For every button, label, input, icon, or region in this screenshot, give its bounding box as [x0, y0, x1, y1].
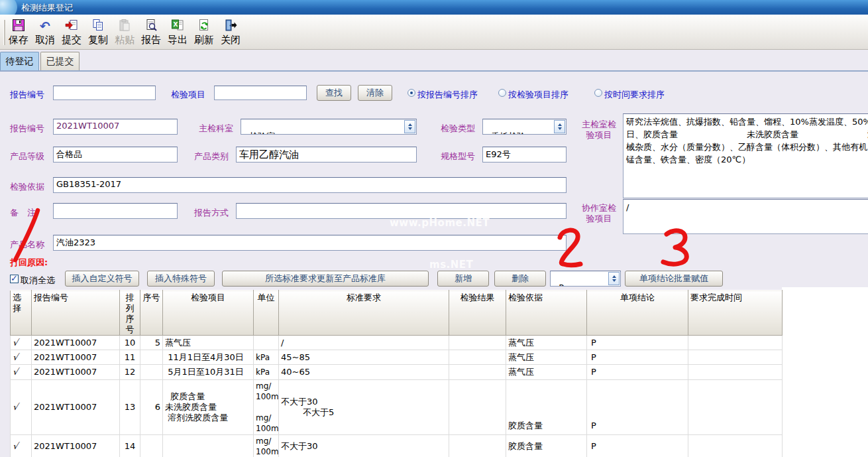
cell-seq[interactable]: 5: [140, 336, 163, 350]
cell-result[interactable]: [449, 435, 506, 457]
cell-conclusion[interactable]: P: [587, 380, 688, 435]
test-type-combo[interactable]: 委托检验: [482, 119, 567, 135]
sort-by-report-no-radio[interactable]: [407, 89, 415, 97]
cell-unit[interactable]: kPa: [254, 350, 279, 365]
find-button[interactable]: 查找: [317, 85, 351, 101]
delete-button[interactable]: 删除: [494, 271, 546, 287]
search-item-input[interactable]: [214, 86, 307, 100]
cell-unit[interactable]: mg/ 100mL mg/ 100mL: [254, 380, 279, 435]
cell-standard[interactable]: /: [279, 336, 449, 350]
cell-item[interactable]: 11月1日至4月30日: [163, 350, 254, 365]
cell-deadline[interactable]: [688, 435, 783, 457]
product-name-field[interactable]: 汽油2323: [53, 235, 567, 251]
cell-order-no[interactable]: 12: [120, 365, 140, 380]
cell-basis[interactable]: 胶质含量: [506, 435, 587, 457]
report-button[interactable]: 报告: [138, 18, 164, 47]
spec-field[interactable]: E92号: [482, 147, 567, 163]
cell-result[interactable]: [449, 350, 506, 365]
cell-report-no[interactable]: 2021WT10007: [32, 380, 120, 435]
cell-unit[interactable]: [254, 336, 279, 350]
cell-order-no[interactable]: 11: [120, 350, 140, 365]
save-button[interactable]: 保存: [5, 18, 32, 47]
cell-conclusion[interactable]: P: [587, 365, 688, 380]
row-check[interactable]: √: [11, 365, 32, 380]
cancel-button[interactable]: ↶ 取消: [32, 18, 58, 47]
cell-standard[interactable]: 不大于30 不大于5: [279, 380, 449, 435]
col-deadline[interactable]: 要求完成时间: [688, 291, 783, 336]
col-conclusion[interactable]: 单项结论: [587, 291, 688, 336]
sort-by-item-radio[interactable]: [498, 89, 506, 97]
row-check[interactable]: √: [11, 380, 32, 435]
cell-result[interactable]: [449, 365, 506, 380]
cell-result[interactable]: [449, 336, 506, 350]
cell-item[interactable]: 胶质含量 未洗胶质含量 溶剂洗胶质含量: [163, 380, 254, 435]
cell-order-no[interactable]: 13: [120, 380, 140, 435]
cell-conclusion[interactable]: P: [587, 350, 688, 365]
sort-by-time-radio[interactable]: [594, 89, 602, 97]
cell-deadline[interactable]: [688, 350, 783, 365]
cell-deadline[interactable]: [688, 380, 783, 435]
cell-basis[interactable]: 蒸气压: [506, 365, 587, 380]
tab-pending[interactable]: 待登记: [0, 52, 39, 70]
cell-seq[interactable]: [140, 365, 163, 380]
category-field[interactable]: 车用乙醇汽油: [236, 147, 417, 163]
cell-seq[interactable]: 6: [140, 380, 163, 435]
col-seq[interactable]: 序号: [140, 291, 163, 336]
col-report-no[interactable]: 报告编号: [32, 291, 120, 336]
col-select[interactable]: 选择: [11, 291, 32, 336]
cell-item[interactable]: [163, 435, 254, 457]
uncheck-all-checkbox[interactable]: [10, 275, 19, 283]
grid-row[interactable]: √ 2021WT10007 13 6 胶质含量 未洗胶质含量 溶剂洗胶质含量 m…: [11, 380, 783, 435]
coop-items-textarea[interactable]: /: [623, 199, 868, 234]
col-order-no[interactable]: 排列 序号: [120, 291, 140, 336]
cell-item[interactable]: 蒸气压: [163, 336, 254, 350]
cell-standard[interactable]: 45~85: [279, 350, 449, 365]
main-items-textarea[interactable]: 研究法辛烷值、抗爆指数、铅含量、馏程、10%蒸发温度、50%蒸 日、胶质含量 未…: [623, 113, 868, 198]
cell-seq[interactable]: [140, 350, 163, 365]
batch-assign-button[interactable]: 单项结论批量赋值: [625, 271, 723, 287]
conclusion-combo[interactable]: P: [550, 271, 621, 287]
cell-order-no[interactable]: 14: [120, 435, 140, 457]
report-no-field[interactable]: 2021WT10007: [53, 119, 178, 135]
cell-unit[interactable]: kPa: [254, 365, 279, 380]
copy-button[interactable]: 复制: [85, 18, 111, 47]
cell-unit[interactable]: mg/ 100mL: [254, 435, 279, 457]
insert-special-symbol-button[interactable]: 插入特殊符号: [147, 271, 215, 287]
cell-deadline[interactable]: [688, 336, 783, 350]
main-dept-combo[interactable]: 检验室: [241, 119, 417, 135]
grid-row[interactable]: √ 2021WT10007 11 11月1日至4月30日 kPa 45~85 蒸…: [11, 350, 783, 365]
col-standard[interactable]: 标准要求: [279, 291, 449, 336]
cell-basis[interactable]: 蒸气压: [506, 350, 587, 365]
spinner-icon[interactable]: [404, 120, 415, 133]
cell-basis[interactable]: 蒸气压: [506, 336, 587, 350]
spinner-icon[interactable]: [554, 120, 565, 133]
update-standard-button[interactable]: 所选标准要求更新至产品标准库: [222, 271, 429, 287]
tab-submitted[interactable]: 已提交: [40, 52, 80, 70]
insert-custom-symbol-button[interactable]: 插入自定义符号: [65, 271, 139, 287]
cell-deadline[interactable]: [688, 365, 783, 380]
col-item[interactable]: 检验项目: [163, 291, 254, 336]
row-check[interactable]: √: [11, 435, 32, 457]
cell-result[interactable]: [449, 380, 506, 435]
report-method-field[interactable]: [236, 203, 567, 219]
cell-report-no[interactable]: 2021WT10007: [32, 350, 120, 365]
row-check[interactable]: √: [11, 336, 32, 350]
col-result[interactable]: 检验结果: [449, 291, 506, 336]
row-check[interactable]: √: [11, 350, 32, 365]
search-report-no-input[interactable]: [53, 86, 156, 100]
grid-row[interactable]: √ 2021WT10007 14 mg/ 100mL 不大于30 胶质含量 P: [11, 435, 783, 457]
add-button[interactable]: 新增: [437, 271, 489, 287]
cell-report-no[interactable]: 2021WT10007: [32, 435, 120, 457]
grade-field[interactable]: 合格品: [53, 147, 178, 163]
remark-field[interactable]: [53, 203, 178, 219]
export-button[interactable]: X 导出: [164, 18, 191, 47]
cell-order-no[interactable]: 10: [120, 336, 140, 350]
col-unit[interactable]: 单位: [254, 291, 279, 336]
cell-standard[interactable]: 不大于30: [279, 435, 449, 457]
submit-button[interactable]: 提交: [58, 18, 85, 47]
refresh-button[interactable]: 刷新: [191, 18, 217, 47]
cell-conclusion[interactable]: P: [587, 435, 688, 457]
clear-button[interactable]: 清除: [358, 85, 392, 101]
cell-standard[interactable]: 40~65: [279, 365, 449, 380]
grid-row[interactable]: √ 2021WT10007 10 5 蒸气压 / 蒸气压 P: [11, 336, 783, 350]
